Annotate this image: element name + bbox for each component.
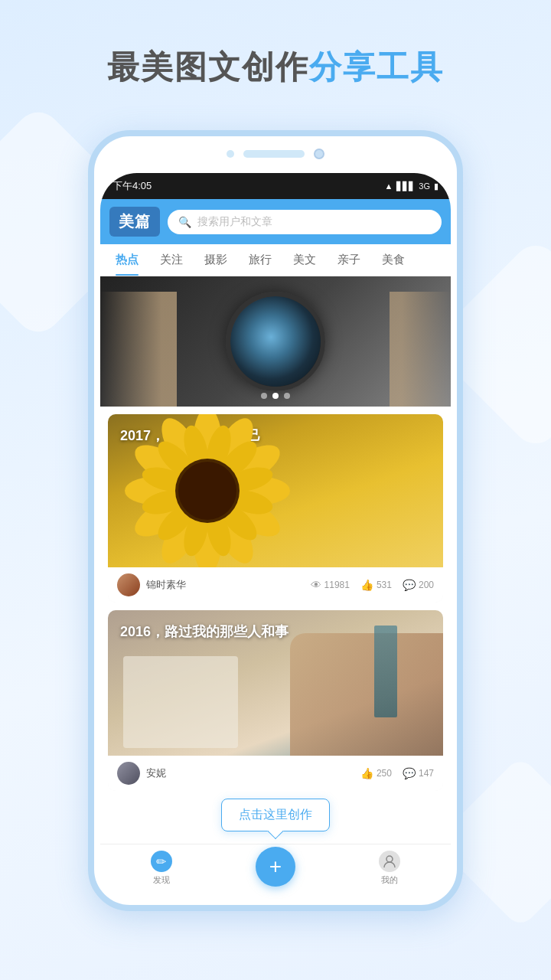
tab-photography[interactable]: 摄影 — [194, 244, 238, 276]
author-name-1: 锦时素华 — [146, 578, 305, 592]
search-box[interactable]: 🔍 搜索用户和文章 — [168, 210, 442, 234]
tagline-part2: 分享工具 — [309, 49, 444, 85]
phone-dot — [227, 150, 234, 158]
tab-parenting[interactable]: 亲子 — [327, 244, 371, 276]
hero-banner[interactable] — [100, 276, 451, 407]
article-card-1[interactable]: 2017，遇见更好的自己 — [108, 414, 443, 603]
tab-prose[interactable]: 美文 — [282, 244, 327, 276]
discover-label: 发现 — [153, 874, 170, 886]
tagline-part1: 最美图文创作 — [107, 49, 309, 85]
hero-dot-3 — [284, 393, 290, 399]
eye-icon: 👁 — [311, 579, 321, 591]
svg-point-25 — [178, 462, 236, 520]
fab-plus-icon: + — [269, 854, 282, 879]
tab-follow[interactable]: 关注 — [149, 244, 194, 276]
likes-stat-2: 👍 250 — [360, 767, 392, 779]
like-icon-2: 👍 — [360, 767, 373, 779]
tooltip-label: 点击这里创作 — [239, 808, 312, 821]
comment-count-1: 200 — [419, 580, 434, 590]
search-input-placeholder: 搜索用户和文章 — [197, 215, 272, 229]
status-icons: ▲ ▋▋▋ 3G ▮ — [384, 181, 439, 191]
article-stats-2: 👍 250 💬 147 — [360, 767, 434, 779]
nav-tabs: 热点 关注 摄影 旅行 美文 亲子 美食 — [100, 244, 451, 276]
article-stats-1: 👁 11981 👍 531 💬 200 — [311, 579, 434, 591]
profile-label: 我的 — [381, 874, 398, 886]
article-meta-2: 安妮 👍 250 💬 147 — [108, 756, 443, 791]
article-image-2: 2016，路过我的那些人和事 — [108, 610, 443, 756]
phone-front-camera — [314, 149, 324, 159]
hero-dot-1 — [261, 393, 267, 399]
signal-icon: ▋▋▋ — [396, 181, 415, 191]
hero-hand-left — [100, 292, 177, 407]
tab-hotspot[interactable]: 热点 — [105, 244, 149, 276]
comment-icon: 💬 — [403, 579, 416, 591]
fab-create-button[interactable]: + — [256, 847, 295, 887]
comments-stat-1: 💬 200 — [403, 579, 434, 591]
battery-icon: ▮ — [434, 181, 439, 191]
phone-top-elements — [227, 149, 324, 159]
article-meta-1: 锦时素华 👁 11981 👍 531 💬 200 — [108, 567, 443, 603]
app-header: 美篇 🔍 搜索用户和文章 — [100, 199, 451, 244]
phone-screen: 下午4:05 ▲ ▋▋▋ 3G ▮ 美篇 🔍 搜索用户和文章 热 — [100, 173, 451, 899]
notebook-prop — [123, 656, 238, 748]
status-bar: 下午4:05 ▲ ▋▋▋ 3G ▮ — [100, 173, 451, 199]
search-icon: 🔍 — [178, 216, 191, 228]
book-prop — [374, 626, 397, 717]
hero-camera-lens — [230, 296, 321, 387]
discover-icon: ✏ — [151, 851, 172, 872]
hero-camera — [226, 292, 325, 391]
tab-food[interactable]: 美食 — [371, 244, 416, 276]
svg-point-26 — [386, 856, 393, 862]
likes-stat-1: 👍 531 — [360, 579, 392, 591]
tab-discover[interactable]: ✏ 发现 — [123, 851, 200, 886]
like-count-1: 531 — [377, 580, 392, 590]
tab-profile[interactable]: 我的 — [351, 851, 428, 886]
create-tooltip: 点击这里创作 — [221, 799, 330, 831]
status-time: 下午4:05 — [112, 179, 152, 193]
comment-count-2: 147 — [419, 768, 434, 779]
app-tagline: 最美图文创作分享工具 — [0, 46, 551, 89]
author-avatar-1 — [117, 573, 140, 596]
views-stat-1: 👁 11981 — [311, 579, 350, 591]
tab-travel[interactable]: 旅行 — [238, 244, 282, 276]
network-label: 3G — [419, 181, 430, 191]
sunflower-graphic — [116, 414, 315, 567]
article-title-2: 2016，路过我的那些人和事 — [120, 622, 289, 641]
comments-stat-2: 💬 147 — [403, 767, 434, 779]
author-avatar-2 — [117, 762, 140, 785]
profile-icon — [379, 851, 400, 872]
article-card-2[interactable]: 2016，路过我的那些人和事 安妮 👍 250 — [108, 610, 443, 791]
like-icon: 👍 — [360, 579, 373, 591]
like-count-2: 250 — [377, 768, 392, 779]
app-logo: 美篇 — [109, 207, 160, 237]
phone-frame: 下午4:05 ▲ ▋▋▋ 3G ▮ 美篇 🔍 搜索用户和文章 热 — [88, 130, 463, 911]
hero-dots — [261, 393, 290, 399]
wifi-icon: ▲ — [384, 181, 393, 191]
phone-speaker — [243, 150, 305, 158]
comment-icon-2: 💬 — [403, 767, 416, 779]
phone-mockup: 下午4:05 ▲ ▋▋▋ 3G ▮ 美篇 🔍 搜索用户和文章 热 — [88, 130, 463, 911]
hero-dot-2 — [272, 393, 279, 399]
view-count-1: 11981 — [324, 580, 350, 590]
article-image-1: 2017，遇见更好的自己 — [108, 414, 443, 567]
writing-hand-prop — [290, 633, 443, 756]
hero-hand-right — [390, 292, 451, 407]
author-name-2: 安妮 — [146, 766, 354, 780]
